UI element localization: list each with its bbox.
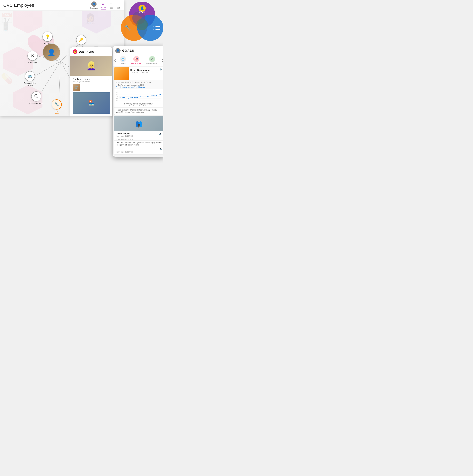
transport-icon-circle: 🚌 <box>25 71 35 81</box>
annual-tab-circle: 🎯 <box>133 56 139 62</box>
goal-2-description: I know that I can contribute a great dea… <box>114 140 163 147</box>
goal-2-audio-icon2[interactable]: 🔈 <box>160 147 162 150</box>
goal-2-title: Lead a Project <box>116 132 133 135</box>
nav-tabs: 👤 Employee ⊕ MyLife ⊞ Feed ⠿ Tools <box>90 1 121 9</box>
job-tasks-panel-header: 😊 JOB TASKS - <box>70 47 112 56</box>
red-figure-icon: 🕴 <box>136 124 142 129</box>
goal-2-date2: 4 days ago · 11/21/2019 <box>114 139 163 140</box>
tab-tools[interactable]: ⠿ Tools <box>116 2 121 9</box>
mindmap-area: 📅 📱 💊 👩‍⚕️ 👤 ♥ ♥ <box>0 11 124 116</box>
goal-1-title: Hit My Benchmarks <box>130 69 157 71</box>
interests-icon-circle: 💡 <box>42 32 53 42</box>
app-header: CVS Employee 👤 Employee ⊕ MyLife ⊞ Feed … <box>0 0 124 11</box>
tab-mylife-label: MyLife <box>101 6 106 8</box>
goal-1-info: Hit My Benchmarks 3 days ago · 11/22/201… <box>129 67 158 80</box>
strengths-label: Strengths <box>28 62 37 64</box>
shelving-thumb-img: 🛒 <box>73 84 80 91</box>
goals-tab-annual[interactable]: 🎯 Annual Goals <box>131 56 141 64</box>
svg-point-27 <box>156 95 157 96</box>
personal-tab-label: Personal Goals <box>146 63 157 64</box>
employee-avatar: 👤 <box>91 1 97 7</box>
goal-2-hero-img: 👥 🕴 <box>114 116 163 131</box>
tab-feed-label: Feed <box>109 7 113 9</box>
svg-point-28 <box>160 94 161 95</box>
tab-feed[interactable]: ⊞ Feed <box>108 2 113 9</box>
job-tasks-body: Shelving routine ✏ 4 days ago · 01/19/20… <box>70 76 112 116</box>
goal-2-date: 4 days ago · 11/21/2019 <box>116 135 133 137</box>
tab-employee[interactable]: 👤 Employee <box>90 1 98 9</box>
node-job-tasks[interactable]: 🔧 JobTasks <box>52 99 62 115</box>
goals-nav-right-arrow[interactable]: ❯ <box>160 59 163 62</box>
tab-mylife[interactable]: ⊕ MyLife <box>101 1 106 9</box>
svg-line-7 <box>39 61 60 96</box>
goal-2-audio2-row: 🔈 <box>114 147 163 150</box>
center-person-image: 👤 <box>43 44 60 61</box>
goals-tab-personal[interactable]: ✓ Personal Goals <box>146 56 157 64</box>
venn-check-2: ✓ <box>153 28 160 31</box>
svg-point-22 <box>136 97 137 98</box>
tools-icon: ⠿ <box>116 2 121 7</box>
strengths-icon-circle: ⚒ <box>27 51 38 61</box>
goal-2-audio-icon[interactable]: 🔈 <box>159 132 162 135</box>
transport-label: TransportationDetails <box>24 82 36 87</box>
comm-label: Communication <box>29 102 43 105</box>
app-title: CVS Employee <box>3 3 34 8</box>
svg-point-25 <box>148 96 149 97</box>
venn-check-1: ✓ <box>153 25 160 28</box>
job-resp-icon-circle: 🔑 <box>76 35 86 45</box>
personal-tab-circle: ✓ <box>149 56 155 62</box>
shelving-meta: 4 days ago · 01/19/2020 <box>73 81 110 83</box>
goal-2-footer: 4 days ago · 11/21/2019 <box>114 150 163 154</box>
job-tasks-hero-image: 👱‍♀️ <box>70 56 112 76</box>
node-communication[interactable]: 💬 Communication <box>29 91 43 105</box>
comm-icon-circle: 💬 <box>31 91 41 102</box>
annual-tab-label: Annual Goals <box>131 63 141 64</box>
shelving-large-img: 🏪 <box>73 92 110 114</box>
node-interests[interactable]: 💡 Interests <box>42 32 53 45</box>
job-tasks-panel-title: JOB TASKS - <box>79 50 96 53</box>
venn-wrench-icon: 🔧 <box>124 25 131 31</box>
tab-employee-label: Employee <box>90 7 98 9</box>
svg-line-6 <box>59 61 60 103</box>
view-routine-bar: CLICK THIS LINK TO DO THIS ROUTINE 🔄 VIE… <box>70 116 112 116</box>
svg-point-20 <box>128 98 129 99</box>
venn-overlap-2 <box>136 19 148 30</box>
goal-card-project: 👥 🕴 Lead a Project 4 days ago · 11/21/20… <box>114 116 163 154</box>
svg-line-3 <box>35 61 60 76</box>
job-tasks-panel: 😊 JOB TASKS - 👱‍♀️ Shelving routine ✏ 4 … <box>70 47 112 116</box>
venn-checklist: ✓ ✓ <box>153 25 160 31</box>
goal-2-info: Lead a Project 4 days ago · 11/21/2019 🔈 <box>114 131 163 139</box>
goal-2-title-block: Lead a Project 4 days ago · 11/21/2019 <box>116 132 133 137</box>
mylife-icon: ⊕ <box>101 1 106 6</box>
main-app-screen: CVS Employee 👤 Employee ⊕ MyLife ⊞ Feed … <box>0 0 124 116</box>
center-person-node[interactable]: 👤 <box>42 43 60 61</box>
venn-diagram: 👤 MyLife 🔧 ✓ ✓ <box>121 2 163 49</box>
svg-point-21 <box>132 97 133 98</box>
svg-point-23 <box>140 96 141 97</box>
job-tasks-icon-circle: 🔧 <box>52 99 62 110</box>
job-tasks-panel-icon: 😊 <box>73 49 77 54</box>
tab-tools-label: Tools <box>116 7 121 9</box>
svg-point-24 <box>144 97 145 98</box>
goal-1-audio-icon[interactable]: 🔈 <box>158 67 163 80</box>
shelving-title: Shelving routine ✏ <box>73 78 110 80</box>
node-transportation[interactable]: 🚌 TransportationDetails <box>24 71 36 87</box>
goal-1-date: 3 days ago · 11/22/2019 <box>130 72 157 73</box>
feed-icon: ⊞ <box>108 2 113 7</box>
venn-mylife-label: MyLife <box>139 11 145 13</box>
svg-point-26 <box>152 95 153 96</box>
job-tasks-label: JobTasks <box>54 110 59 115</box>
node-strengths[interactable]: ⚒ Strengths <box>27 51 38 64</box>
